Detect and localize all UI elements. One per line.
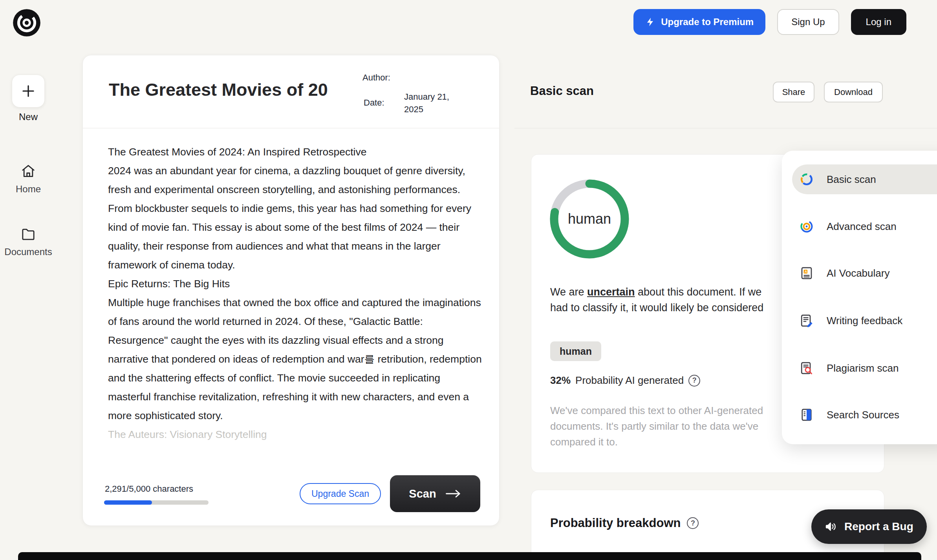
document-card: The Greatest Movies of 20 Author: Date: … xyxy=(82,55,500,526)
document-text-area[interactable]: The Greatest Movies of 2024: An Inspired… xyxy=(108,142,482,480)
author-label: Author: xyxy=(362,73,390,83)
probability-help-icon[interactable]: ? xyxy=(688,375,700,387)
document-paragraph: Multiple huge franchises that owned the … xyxy=(108,293,482,425)
sidebar-item-home[interactable]: Home xyxy=(0,163,57,195)
folder-icon xyxy=(20,226,36,243)
menu-item-search-sources[interactable]: Search Sources xyxy=(792,400,937,430)
date-value: January 21, 2025 xyxy=(404,91,469,116)
menu-item-basic-scan[interactable]: Basic scan xyxy=(792,164,937,194)
breakdown-help-icon[interactable]: ? xyxy=(687,517,699,529)
sidebar-item-home-label: Home xyxy=(0,184,57,195)
ai-vocabulary-icon: A xyxy=(799,266,814,281)
header-divider xyxy=(514,128,937,128)
document-paragraph: The Auteurs: Visionary Storytelling xyxy=(108,425,482,444)
upgrade-premium-label: Upgrade to Premium xyxy=(661,16,754,27)
report-bug-label: Report a Bug xyxy=(844,520,913,533)
app-page: Upgrade to Premium Sign Up Log in New Ho… xyxy=(0,0,937,560)
menu-item-label: Basic scan xyxy=(827,173,876,186)
probability-breakdown-title: Probability breakdown ? xyxy=(550,516,699,530)
scan-panel-title: Basic scan xyxy=(530,84,594,98)
basic-scan-icon xyxy=(799,172,814,187)
home-icon xyxy=(20,163,36,181)
lightning-bolt-icon xyxy=(645,17,655,27)
verdict-text: We are uncertain about this document. If… xyxy=(550,284,765,316)
menu-item-writing-feedback[interactable]: Writing feedback xyxy=(792,306,937,336)
probability-row: 32% Probability AI generated ? xyxy=(550,374,700,387)
menu-item-label: Advanced scan xyxy=(827,221,897,233)
advanced-scan-icon xyxy=(799,219,814,234)
plus-icon xyxy=(20,83,37,99)
verdict-prefix: We are xyxy=(550,286,587,298)
scan-type-menu: Basic scan Advanced scan A xyxy=(782,151,937,444)
probability-breakdown-label: Probability breakdown xyxy=(550,516,681,530)
plagiarism-scan-icon xyxy=(799,361,814,376)
human-probability-donut: human xyxy=(549,179,630,259)
search-sources-icon xyxy=(799,407,814,422)
document-header: The Greatest Movies of 20 Author: Date: … xyxy=(83,55,499,128)
megaphone-icon xyxy=(825,520,837,533)
character-count: 2,291/5,000 characters xyxy=(105,484,193,494)
topbar-actions: Upgrade to Premium Sign Up Log in xyxy=(633,9,906,35)
share-button[interactable]: Share xyxy=(773,82,814,102)
date-label: Date: xyxy=(364,98,384,108)
donut-center-label: human xyxy=(549,179,630,259)
scan-button-label: Scan xyxy=(409,487,436,500)
classification-badge: human xyxy=(550,341,601,361)
menu-item-label: Writing feedback xyxy=(827,315,902,327)
arrow-right-icon xyxy=(445,488,461,499)
sidebar-item-documents[interactable]: Documents xyxy=(0,226,57,257)
bottom-banner-edge xyxy=(18,552,921,560)
char-progress-fill xyxy=(104,500,152,505)
menu-item-label: Plagiarism scan xyxy=(827,362,899,374)
verdict-emphasis: uncertain xyxy=(587,286,635,298)
document-paragraph: 2024 was an abundant year for cinema, a … xyxy=(108,161,482,274)
download-button[interactable]: Download xyxy=(824,82,883,102)
menu-item-advanced-scan[interactable]: Advanced scan xyxy=(792,212,937,241)
character-progress-bar xyxy=(104,500,209,505)
menu-item-plagiarism-scan[interactable]: Plagiarism scan xyxy=(792,353,937,383)
document-title: The Greatest Movies of 20 xyxy=(109,80,328,100)
log-in-button[interactable]: Log in xyxy=(851,9,906,35)
new-document-button[interactable] xyxy=(12,75,45,108)
sign-up-button[interactable]: Sign Up xyxy=(777,9,839,35)
menu-item-ai-vocabulary[interactable]: A AI Vocabulary xyxy=(792,258,937,288)
probability-label: Probability AI generated xyxy=(575,374,684,387)
upgrade-scan-button[interactable]: Upgrade Scan xyxy=(300,483,381,504)
comparison-note: We've compared this text to other AI-gen… xyxy=(550,403,771,450)
menu-item-label: AI Vocabulary xyxy=(827,267,889,279)
document-paragraph: Epic Returns: The Big Hits xyxy=(108,274,482,293)
writing-feedback-icon xyxy=(799,313,814,328)
report-bug-button[interactable]: Report a Bug xyxy=(811,509,927,544)
document-paragraph: The Greatest Movies of 2024: An Inspired… xyxy=(108,142,482,161)
probability-value: 32% xyxy=(550,374,571,387)
upgrade-premium-button[interactable]: Upgrade to Premium xyxy=(633,9,765,35)
app-logo-icon[interactable] xyxy=(12,8,42,38)
sidebar-item-documents-label: Documents xyxy=(0,246,57,257)
svg-text:A: A xyxy=(805,270,807,274)
new-button-label: New xyxy=(4,111,53,122)
scan-button[interactable]: Scan xyxy=(390,475,480,512)
menu-item-label: Search Sources xyxy=(827,409,899,421)
